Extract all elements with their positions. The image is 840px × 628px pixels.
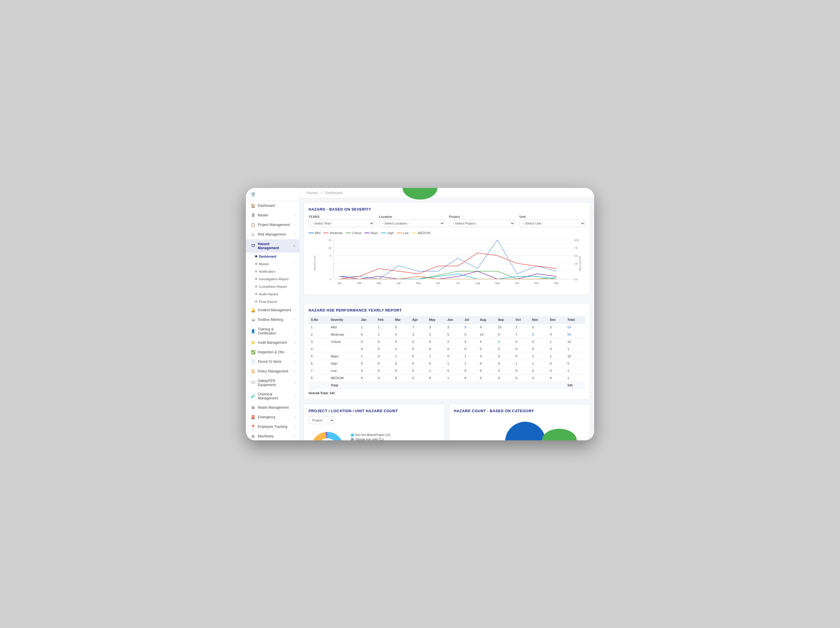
legend-item: Iron Ore Mines/Project (13) (351, 433, 394, 436)
chevron-right-icon: › (294, 395, 295, 398)
table-row: 6High0000012001105 (308, 360, 585, 367)
sidebar-item-safety-ppe[interactable]: 🛡 Safety/PPE Equipments › (246, 376, 299, 390)
svg-text:10.0: 10.0 (574, 239, 579, 242)
sidebar-item-waste[interactable]: ♻ Waste Management › (246, 403, 299, 412)
table-row: 7Low0000100000001 (308, 367, 585, 374)
table-row: 2Moderate014325510975455 (308, 331, 585, 338)
svg-text:Sep: Sep (495, 282, 499, 285)
svg-text:5.0: 5.0 (574, 254, 578, 257)
table-cell-dec: 1 (548, 353, 565, 360)
table-cell-total: 55 (565, 331, 585, 338)
chevron-right-icon: › (294, 381, 295, 384)
table-cell-jul: 4 (462, 338, 477, 345)
sidebar-item-hazard-mgmt[interactable]: 🛡 Hazard Management ∨ (246, 239, 299, 253)
sidebar-item-audit-mgmt[interactable]: 📁 Audit Management › (246, 338, 299, 348)
sidebar-item-permit[interactable]: 📄 Permit To Work › (246, 357, 299, 367)
table-cell-severity: Low (328, 367, 358, 374)
sidebar-item-machinery[interactable]: ⚙ Machinery › (246, 431, 299, 440)
years-select[interactable]: --Select Year-- (308, 220, 374, 227)
sidebar-item-inspection[interactable]: ✅ Inspection & Obs › (246, 348, 299, 357)
sub-item-label: Dashboard (259, 255, 276, 258)
svg-text:15: 15 (328, 239, 331, 242)
table-cell-apr: 0 (410, 360, 427, 367)
svg-text:Apr: Apr (396, 282, 401, 285)
breadcrumb: Hazard / Dashboard (300, 188, 594, 198)
sidebar-item-employee[interactable]: 📍 Employee Tracking › (246, 422, 299, 431)
legend-critical: Critical (346, 231, 362, 235)
table-cell-nov: 5 (530, 331, 548, 338)
sidebar-item-incident-mgmt[interactable]: 🔔 Incident Management › (246, 305, 299, 315)
table-cell-jul: 0 (462, 345, 477, 353)
chevron-right-icon: › (294, 406, 295, 409)
legend-medium: MEDIUM (412, 231, 431, 235)
legend-color (351, 438, 354, 440)
table-cell-sno: 7 (308, 367, 328, 374)
sidebar-item-policy[interactable]: 📜 Policy Management › (246, 367, 299, 376)
donut-legend: Iron Ore Mines/Project (13) Sponge Iron … (351, 433, 394, 440)
table-cell-may (427, 381, 445, 389)
table-cell-jan: 1 (359, 353, 376, 360)
th-total: Total (565, 316, 585, 324)
legend-item: Sponge Iron units (11) (351, 438, 394, 440)
sidebar-label: Risk Management (258, 232, 292, 236)
dot-icon (255, 270, 257, 272)
th-oct: Oct (513, 316, 530, 324)
sidebar-sub-dashboard[interactable]: Dashboard (246, 253, 299, 260)
location-select[interactable]: --Select Location-- (379, 220, 444, 227)
table-cell-jun: 2 (445, 338, 462, 345)
table-cell-mar: 0 (393, 360, 410, 367)
project-chart-title: PROJECT / LOCATION / UNIT HAZARD COUNT (308, 409, 440, 413)
sidebar-sub-audit-hazard[interactable]: Audit Hazard (246, 290, 299, 298)
sidebar-item-chemical[interactable]: 🧪 Chemical Management › (246, 390, 299, 403)
table-cell-oct: 0 (513, 338, 530, 345)
chevron-right-icon: › (294, 351, 295, 354)
th-apr: Apr (410, 316, 427, 324)
sidebar-item-emergency[interactable]: 🚨 Emergency › (246, 412, 299, 422)
table-cell-jul: 0 (462, 367, 477, 374)
th-sep: Sep (496, 316, 513, 324)
sidebar-item-risk-mgmt[interactable]: ⚠ Risk Management › (246, 230, 299, 239)
category-chart-title: HAZARD COUNT - BASED ON CATEGORY (454, 409, 586, 413)
sidebar-sub-notification[interactable]: Notification (246, 268, 299, 275)
sidebar-item-project-mgmt[interactable]: 📋 Project Management › (246, 220, 299, 230)
chevron-right-icon: › (294, 214, 295, 217)
chemical-icon: 🧪 (251, 394, 256, 398)
sidebar-sub-investigation[interactable]: Investigation Report (246, 275, 299, 283)
table-cell-aug: 10 (477, 331, 496, 338)
table-cell-nov: 2 (530, 353, 548, 360)
legend-mild: Mild (308, 231, 321, 235)
table-cell-nov: 5 (530, 323, 548, 331)
sidebar-sub-completion[interactable]: Completion Report (246, 283, 299, 290)
sidebar-item-training[interactable]: 👤 Training & Certification › (246, 324, 299, 338)
table-cell-feb: 0 (376, 353, 393, 360)
table-cell-feb (376, 381, 393, 389)
ppe-icon: 🛡 (251, 381, 256, 385)
line-chart: 15 10 5 0 10.0 7.5 5.0 2.5 0.0 Jan Feb M… (314, 237, 579, 289)
unit-select[interactable]: --Select Unit-- (519, 220, 585, 227)
table-cell-sno: 3 (308, 338, 328, 345)
svg-text:0: 0 (330, 278, 331, 281)
table-cell-dec: 0 (548, 367, 565, 374)
table-cell-may: 0 (427, 338, 445, 345)
th-jul: Jul (462, 316, 477, 324)
svg-text:Nov: Nov (534, 282, 539, 285)
sidebar-sub-final-report[interactable]: Final Report (246, 298, 299, 305)
legend-color-high (381, 233, 386, 233)
sidebar-item-dashboard[interactable]: 🏠 Dashboard (246, 201, 299, 211)
chevron-right-icon: › (294, 416, 295, 419)
project-dropdown[interactable]: Project (308, 417, 335, 424)
table-cell-feb: 1 (376, 323, 393, 331)
project-icon: 📋 (251, 223, 256, 227)
sub-item-label: Master (259, 262, 269, 266)
th-nov: Nov (530, 316, 548, 324)
dot-icon (255, 263, 257, 265)
sidebar-item-toolbox[interactable]: 🗂 Toolbox Meeting › (246, 315, 299, 324)
sidebar-sub-master[interactable]: Master › (246, 260, 299, 268)
table-cell-jul (462, 381, 477, 389)
sidebar-item-master[interactable]: 🗄 Master › (246, 211, 299, 220)
svg-text:May: May (416, 282, 421, 285)
table-cell-apr: 0 (410, 353, 427, 360)
project-select[interactable]: --Select Project-- (449, 220, 515, 227)
sidebar-label: Safety/PPE Equipments (258, 379, 292, 387)
table-cell-aug: 0 (477, 374, 496, 381)
